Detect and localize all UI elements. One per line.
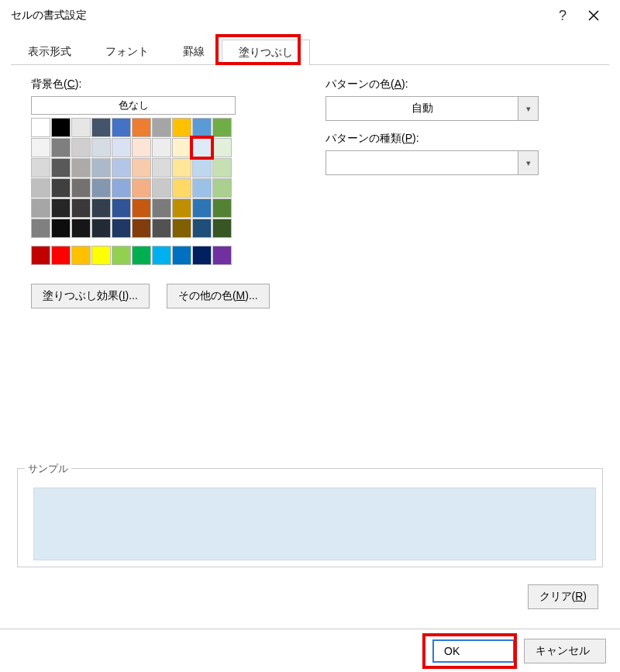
color-swatch[interactable]: [31, 198, 50, 218]
color-swatch[interactable]: [91, 178, 111, 198]
titlebar: セルの書式設定 ?: [0, 0, 620, 31]
help-icon[interactable]: ?: [547, 0, 578, 31]
pattern-type-dropdown[interactable]: ▾: [326, 150, 539, 175]
color-swatch[interactable]: [31, 138, 50, 157]
color-swatch[interactable]: [51, 138, 71, 157]
color-swatch[interactable]: [71, 246, 91, 265]
color-swatch[interactable]: [71, 219, 91, 238]
more-colors-button[interactable]: その他の色(M)...: [167, 284, 270, 308]
tab-border[interactable]: 罫線: [166, 39, 222, 64]
color-swatch[interactable]: [112, 198, 131, 218]
dialog-title: セルの書式設定: [11, 9, 547, 22]
color-swatch[interactable]: [91, 118, 111, 137]
color-swatch[interactable]: [132, 178, 151, 198]
color-swatch[interactable]: [172, 198, 191, 218]
color-swatch[interactable]: [152, 178, 171, 198]
color-swatch[interactable]: [192, 118, 212, 137]
cancel-label: キャンセル: [536, 644, 590, 656]
pattern-type-label: パターンの種類(P):: [326, 132, 578, 146]
color-swatch[interactable]: [172, 138, 191, 157]
color-swatch[interactable]: [112, 138, 131, 157]
color-swatch[interactable]: [212, 246, 232, 265]
color-swatch[interactable]: [192, 138, 212, 157]
color-swatch[interactable]: [132, 198, 151, 218]
theme-color-palette: [31, 118, 279, 238]
color-swatch[interactable]: [91, 198, 111, 218]
color-swatch[interactable]: [51, 178, 71, 198]
color-swatch[interactable]: [31, 246, 50, 265]
color-swatch[interactable]: [91, 138, 111, 157]
sample-preview: [33, 488, 596, 560]
background-color-label: 背景色(C):: [31, 78, 279, 91]
color-swatch[interactable]: [152, 246, 171, 265]
color-swatch[interactable]: [152, 158, 171, 177]
color-swatch[interactable]: [51, 246, 71, 265]
color-swatch[interactable]: [172, 178, 191, 198]
cancel-button[interactable]: キャンセル: [524, 639, 606, 663]
pattern-color-dropdown[interactable]: 自動 ▾: [326, 96, 539, 121]
color-swatch[interactable]: [112, 118, 131, 137]
color-swatch[interactable]: [132, 138, 151, 157]
ok-button[interactable]: OK: [432, 639, 515, 663]
color-swatch[interactable]: [152, 138, 171, 157]
ok-label: OK: [444, 645, 460, 657]
color-swatch[interactable]: [172, 246, 191, 265]
standard-color-row: [31, 246, 279, 265]
color-swatch[interactable]: [71, 198, 91, 218]
color-swatch[interactable]: [112, 219, 131, 238]
color-swatch[interactable]: [192, 198, 212, 218]
sample-group: サンプル: [17, 468, 603, 567]
color-swatch[interactable]: [71, 178, 91, 198]
color-swatch[interactable]: [91, 246, 111, 265]
color-swatch[interactable]: [212, 138, 232, 157]
color-swatch[interactable]: [172, 158, 191, 177]
color-swatch[interactable]: [51, 198, 71, 218]
color-swatch[interactable]: [152, 219, 171, 238]
tab-content: 背景色(C): 色なし 塗りつぶし効果(I)... その他の色(M)... パタ…: [0, 65, 620, 308]
color-swatch[interactable]: [172, 118, 191, 137]
color-swatch[interactable]: [51, 118, 71, 137]
color-swatch[interactable]: [172, 219, 191, 238]
pattern-color-value: 自動: [326, 102, 518, 115]
no-color-button[interactable]: 色なし: [31, 96, 236, 115]
chevron-down-icon: ▾: [518, 97, 538, 120]
color-swatch[interactable]: [112, 246, 131, 265]
color-swatch[interactable]: [152, 198, 171, 218]
color-swatch[interactable]: [212, 219, 232, 238]
color-swatch[interactable]: [132, 219, 151, 238]
close-icon[interactable]: [578, 0, 609, 31]
color-swatch[interactable]: [91, 219, 111, 238]
tab-font[interactable]: フォント: [88, 39, 166, 64]
color-swatch[interactable]: [132, 246, 151, 265]
color-swatch[interactable]: [192, 219, 212, 238]
tabstrip: 表示形式 フォント 罫線 塗りつぶし: [11, 39, 609, 65]
color-swatch[interactable]: [192, 178, 212, 198]
color-swatch[interactable]: [91, 158, 111, 177]
color-swatch[interactable]: [112, 158, 131, 177]
dialog-footer: OK キャンセル: [0, 629, 620, 672]
color-swatch[interactable]: [212, 158, 232, 177]
color-swatch[interactable]: [51, 158, 71, 177]
color-swatch[interactable]: [31, 118, 50, 137]
color-swatch[interactable]: [31, 178, 50, 198]
color-swatch[interactable]: [132, 158, 151, 177]
color-swatch[interactable]: [212, 198, 232, 218]
color-swatch[interactable]: [192, 158, 212, 177]
fill-effects-button[interactable]: 塗りつぶし効果(I)...: [31, 284, 150, 308]
clear-button[interactable]: クリア(R): [528, 584, 598, 609]
color-swatch[interactable]: [132, 118, 151, 137]
color-swatch[interactable]: [212, 178, 232, 198]
color-swatch[interactable]: [71, 118, 91, 137]
tab-number-format[interactable]: 表示形式: [11, 39, 88, 64]
color-swatch[interactable]: [31, 219, 50, 238]
color-swatch[interactable]: [152, 118, 171, 137]
color-swatch[interactable]: [112, 178, 131, 198]
color-swatch[interactable]: [31, 158, 50, 177]
color-swatch[interactable]: [51, 219, 71, 238]
color-swatch[interactable]: [71, 138, 91, 157]
no-color-label: 色なし: [119, 98, 149, 112]
color-swatch[interactable]: [71, 158, 91, 177]
tab-fill[interactable]: 塗りつぶし: [222, 40, 310, 65]
color-swatch[interactable]: [212, 118, 232, 137]
color-swatch[interactable]: [192, 246, 212, 265]
